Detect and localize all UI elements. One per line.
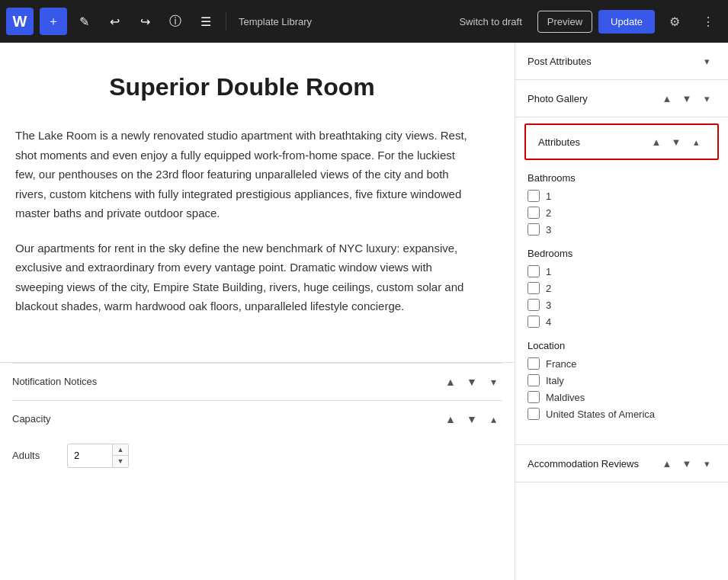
- post-attributes-header[interactable]: Post Attributes ▾: [515, 43, 728, 79]
- post-attributes-chevron-button[interactable]: ▾: [698, 52, 716, 70]
- location-group: Location France Italy Maldives: [528, 340, 716, 420]
- bedroom-3-label: 3: [546, 300, 551, 311]
- attributes-up-button[interactable]: ▲: [647, 133, 665, 151]
- location-france-label: France: [546, 358, 576, 370]
- attributes-section: Attributes ▲ ▼ ▴ Bathrooms 1: [515, 117, 728, 445]
- accommodation-reviews-chevron-button[interactable]: ▾: [698, 454, 716, 473]
- capacity-controls: ▲ ▼ ▴: [441, 410, 502, 428]
- bathrooms-group: Bathrooms 1 2 3: [528, 172, 716, 236]
- body-paragraph-1: The Lake Room is a newly renovated studi…: [15, 126, 469, 223]
- bedroom-3-checkbox[interactable]: [528, 299, 540, 311]
- bedroom-1-label: 1: [546, 266, 551, 277]
- photo-gallery-title: Photo Gallery: [528, 93, 658, 104]
- bathroom-2-label: 2: [546, 207, 551, 219]
- post-attributes-controls: ▾: [698, 52, 716, 70]
- bedrooms-group: Bedrooms 1 2 3 4: [528, 248, 716, 328]
- accommodation-reviews-down-button[interactable]: ▼: [678, 454, 696, 473]
- accommodation-reviews-controls: ▲ ▼ ▾: [658, 454, 716, 473]
- photo-gallery-header[interactable]: Photo Gallery ▲ ▼ ▾: [515, 80, 728, 117]
- capacity-up-button[interactable]: ▲: [441, 410, 460, 428]
- bedroom-4-item: 4: [528, 316, 716, 328]
- accommodation-reviews-section: Accommodation Reviews ▲ ▼ ▾: [515, 445, 728, 482]
- adults-row: Adults ▲ ▼: [12, 444, 502, 468]
- accommodation-reviews-title: Accommodation Reviews: [528, 458, 658, 469]
- bedroom-4-checkbox[interactable]: [528, 316, 540, 328]
- location-italy-label: Italy: [546, 375, 564, 386]
- location-france-checkbox[interactable]: [528, 357, 540, 370]
- toolbar-divider: [226, 12, 226, 30]
- notification-notices-toggle-button[interactable]: ▾: [484, 373, 502, 391]
- location-usa-label: United States of America: [546, 409, 655, 420]
- bedroom-1-checkbox[interactable]: [528, 265, 540, 277]
- location-italy-item: Italy: [528, 374, 716, 386]
- location-usa-checkbox[interactable]: [528, 408, 540, 420]
- adults-spinners: ▲ ▼: [113, 444, 129, 468]
- bathroom-3-item: 3: [528, 223, 716, 236]
- adults-decrement-button[interactable]: ▼: [113, 456, 128, 467]
- attributes-down-button[interactable]: ▼: [667, 133, 685, 151]
- attributes-chevron-button[interactable]: ▴: [687, 133, 705, 151]
- bedroom-3-item: 3: [528, 299, 716, 311]
- notification-notices-title: Notification Notices: [12, 376, 97, 387]
- location-italy-checkbox[interactable]: [528, 374, 540, 386]
- location-france-item: France: [528, 357, 716, 370]
- attributes-title: Attributes: [538, 136, 647, 148]
- toolbar-right: Switch to draft Preview Update ⚙ ⋮: [450, 8, 722, 35]
- bathroom-2-checkbox[interactable]: [528, 207, 540, 219]
- content-inner: Superior Double Room The Lake Room is a …: [0, 43, 515, 362]
- bathroom-1-item: 1: [528, 190, 716, 202]
- adults-label: Adults: [12, 450, 58, 461]
- post-attributes-title: Post Attributes: [528, 56, 698, 67]
- info-button[interactable]: ⓘ: [162, 8, 189, 35]
- bathroom-3-checkbox[interactable]: [528, 223, 540, 236]
- bathroom-1-checkbox[interactable]: [528, 190, 540, 202]
- tools-button[interactable]: ✎: [70, 8, 98, 35]
- photo-gallery-up-button[interactable]: ▲: [658, 89, 676, 107]
- capacity-toggle-button[interactable]: ▴: [484, 410, 502, 428]
- bedroom-2-checkbox[interactable]: [528, 282, 540, 294]
- location-usa-item: United States of America: [528, 408, 716, 420]
- notification-notices-down-button[interactable]: ▼: [463, 373, 481, 391]
- undo-button[interactable]: ↩: [101, 8, 128, 35]
- photo-gallery-section: Photo Gallery ▲ ▼ ▾: [515, 80, 728, 117]
- notification-notices-controls: ▲ ▼ ▾: [441, 373, 502, 391]
- location-maldives-checkbox[interactable]: [528, 391, 540, 403]
- switch-draft-button[interactable]: Switch to draft: [450, 11, 531, 32]
- main-layout: Superior Double Room The Lake Room is a …: [0, 43, 728, 580]
- notification-notices-up-button[interactable]: ▲: [441, 373, 460, 391]
- list-view-button[interactable]: ☰: [192, 8, 220, 35]
- post-attributes-section: Post Attributes ▾: [515, 43, 728, 80]
- post-title[interactable]: Superior Double Room: [15, 73, 469, 101]
- settings-button[interactable]: ⚙: [661, 8, 688, 35]
- accommodation-reviews-up-button[interactable]: ▲: [658, 454, 676, 473]
- wp-logo-icon: W: [13, 13, 27, 30]
- sidebar: Post Attributes ▾ Photo Gallery ▲ ▼ ▾: [515, 43, 728, 580]
- photo-gallery-down-button[interactable]: ▼: [678, 89, 696, 107]
- preview-button[interactable]: Preview: [537, 11, 592, 33]
- adults-increment-button[interactable]: ▲: [113, 444, 128, 457]
- photo-gallery-chevron-button[interactable]: ▾: [698, 89, 716, 107]
- attributes-content: Bathrooms 1 2 3 Bedro: [515, 166, 728, 444]
- post-body: The Lake Room is a newly renovated studi…: [15, 126, 469, 316]
- content-area: Superior Double Room The Lake Room is a …: [0, 43, 515, 580]
- accommodation-reviews-header[interactable]: Accommodation Reviews ▲ ▼ ▾: [515, 445, 728, 482]
- capacity-title: Capacity: [12, 413, 51, 425]
- update-button[interactable]: Update: [598, 10, 655, 34]
- attributes-header[interactable]: Attributes ▲ ▼ ▴: [524, 123, 719, 160]
- add-block-button[interactable]: ＋: [40, 8, 67, 35]
- bedroom-2-label: 2: [546, 283, 551, 294]
- more-options-button[interactable]: ⋮: [694, 8, 722, 35]
- redo-button[interactable]: ↪: [131, 8, 159, 35]
- bedroom-1-item: 1: [528, 265, 716, 277]
- bedrooms-title: Bedrooms: [528, 248, 716, 259]
- location-title: Location: [528, 340, 716, 351]
- notification-notices-section: Notification Notices ▲ ▼ ▾: [12, 363, 502, 400]
- adults-input[interactable]: [67, 444, 113, 468]
- capacity-section-header: Capacity ▲ ▼ ▴: [12, 400, 502, 437]
- bathrooms-title: Bathrooms: [528, 172, 716, 184]
- bedroom-2-item: 2: [528, 282, 716, 294]
- adults-input-wrapper: ▲ ▼: [67, 444, 129, 468]
- bathroom-2-item: 2: [528, 207, 716, 219]
- capacity-down-button[interactable]: ▼: [463, 410, 481, 428]
- attributes-controls: ▲ ▼ ▴: [647, 133, 705, 151]
